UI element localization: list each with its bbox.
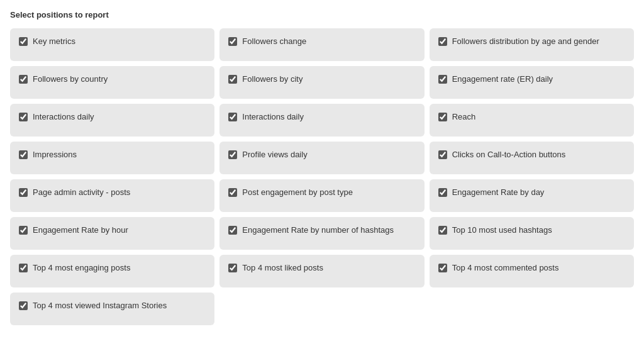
checkbox-label-top-10-hashtags: Top 10 most used hashtags xyxy=(452,225,552,236)
checkbox-top-4-viewed-stories[interactable] xyxy=(19,301,28,310)
checkbox-item-key-metrics[interactable]: Key metrics xyxy=(10,28,214,61)
checkbox-item-reach[interactable]: Reach xyxy=(430,104,634,137)
checkbox-label-clicks-cta-buttons: Clicks on Call-to-Action buttons xyxy=(452,149,566,160)
checkbox-engagement-rate-er-daily[interactable] xyxy=(438,75,447,84)
checkbox-followers-by-city[interactable] xyxy=(228,75,237,84)
checkbox-reach[interactable] xyxy=(438,113,447,121)
checkbox-label-top-4-engaging-posts: Top 4 most engaging posts xyxy=(33,262,130,274)
checkbox-post-engagement-post-type[interactable] xyxy=(228,188,237,197)
checkbox-label-profile-views-daily: Profile views daily xyxy=(242,149,307,160)
checkbox-clicks-cta-buttons[interactable] xyxy=(438,150,447,159)
checkbox-top-4-commented-posts[interactable] xyxy=(438,264,447,272)
checkbox-label-interactions-daily-1: Interactions daily xyxy=(33,111,94,123)
checkbox-item-top-4-viewed-stories[interactable]: Top 4 most viewed Instagram Stories xyxy=(10,293,214,325)
checkbox-item-followers-dist-age-gender[interactable]: Followers distribution by age and gender xyxy=(430,28,634,61)
checkbox-label-engagement-rate-by-day: Engagement Rate by day xyxy=(452,187,545,198)
checkbox-top-4-engaging-posts[interactable] xyxy=(19,264,28,272)
checkbox-item-engagement-rate-by-hour[interactable]: Engagement Rate by hour xyxy=(10,217,214,250)
checkbox-label-interactions-daily-2: Interactions daily xyxy=(242,111,304,123)
checkbox-engagement-rate-by-day[interactable] xyxy=(438,188,447,197)
checkbox-label-engagement-rate-er-daily: Engagement rate (ER) daily xyxy=(452,74,553,85)
checkbox-label-top-4-commented-posts: Top 4 most commented posts xyxy=(452,262,559,274)
checkbox-item-top-4-commented-posts[interactable]: Top 4 most commented posts xyxy=(430,255,634,287)
checkbox-interactions-daily-1[interactable] xyxy=(19,113,28,121)
checkbox-item-page-admin-activity-posts[interactable]: Page admin activity - posts xyxy=(10,179,214,212)
checkbox-item-clicks-cta-buttons[interactable]: Clicks on Call-to-Action buttons xyxy=(430,142,634,174)
checkbox-label-top-4-viewed-stories: Top 4 most viewed Instagram Stories xyxy=(33,300,167,311)
checkbox-label-post-engagement-post-type: Post engagement by post type xyxy=(242,187,353,198)
checkbox-item-followers-by-country[interactable]: Followers by country xyxy=(10,66,214,99)
checkbox-top-4-liked-posts[interactable] xyxy=(228,264,237,272)
checkbox-impressions[interactable] xyxy=(19,150,28,159)
positions-grid: Key metricsFollowers changeFollowers dis… xyxy=(10,28,634,325)
checkbox-label-followers-by-country: Followers by country xyxy=(33,74,108,85)
checkbox-label-engagement-rate-by-hashtags: Engagement Rate by number of hashtags xyxy=(242,225,394,236)
checkbox-label-reach: Reach xyxy=(452,111,476,123)
checkbox-label-followers-dist-age-gender: Followers distribution by age and gender xyxy=(452,36,599,47)
checkbox-item-top-10-hashtags[interactable]: Top 10 most used hashtags xyxy=(430,217,634,250)
checkbox-item-impressions[interactable]: Impressions xyxy=(10,142,214,174)
checkbox-interactions-daily-2[interactable] xyxy=(228,113,237,121)
checkbox-followers-dist-age-gender[interactable] xyxy=(438,37,447,46)
checkbox-top-10-hashtags[interactable] xyxy=(438,226,447,235)
checkbox-engagement-rate-by-hashtags[interactable] xyxy=(228,226,237,235)
checkbox-item-followers-by-city[interactable]: Followers by city xyxy=(219,66,424,99)
checkbox-label-key-metrics: Key metrics xyxy=(33,36,75,47)
checkbox-label-page-admin-activity-posts: Page admin activity - posts xyxy=(33,187,130,198)
checkbox-item-interactions-daily-2[interactable]: Interactions daily xyxy=(219,104,424,137)
checkbox-key-metrics[interactable] xyxy=(19,37,28,46)
checkbox-item-top-4-engaging-posts[interactable]: Top 4 most engaging posts xyxy=(10,255,214,287)
checkbox-engagement-rate-by-hour[interactable] xyxy=(19,226,28,235)
checkbox-item-followers-change[interactable]: Followers change xyxy=(219,28,424,61)
checkbox-profile-views-daily[interactable] xyxy=(228,150,237,159)
checkbox-item-top-4-liked-posts[interactable]: Top 4 most liked posts xyxy=(219,255,424,287)
checkbox-label-top-4-liked-posts: Top 4 most liked posts xyxy=(242,262,323,274)
checkbox-item-interactions-daily-1[interactable]: Interactions daily xyxy=(10,104,214,137)
checkbox-followers-by-country[interactable] xyxy=(19,75,28,84)
checkbox-page-admin-activity-posts[interactable] xyxy=(19,188,28,197)
checkbox-item-engagement-rate-by-day[interactable]: Engagement Rate by day xyxy=(430,179,634,212)
checkbox-label-followers-by-city: Followers by city xyxy=(242,74,303,85)
checkbox-item-profile-views-daily[interactable]: Profile views daily xyxy=(219,142,424,174)
checkbox-followers-change[interactable] xyxy=(228,37,237,46)
checkbox-item-engagement-rate-by-hashtags[interactable]: Engagement Rate by number of hashtags xyxy=(219,217,424,250)
checkbox-item-engagement-rate-er-daily[interactable]: Engagement rate (ER) daily xyxy=(430,66,634,99)
page-title: Select positions to report xyxy=(10,10,634,20)
checkbox-item-post-engagement-post-type[interactable]: Post engagement by post type xyxy=(219,179,424,212)
checkbox-label-impressions: Impressions xyxy=(33,149,77,160)
checkbox-label-engagement-rate-by-hour: Engagement Rate by hour xyxy=(33,225,128,236)
checkbox-label-followers-change: Followers change xyxy=(242,36,306,47)
